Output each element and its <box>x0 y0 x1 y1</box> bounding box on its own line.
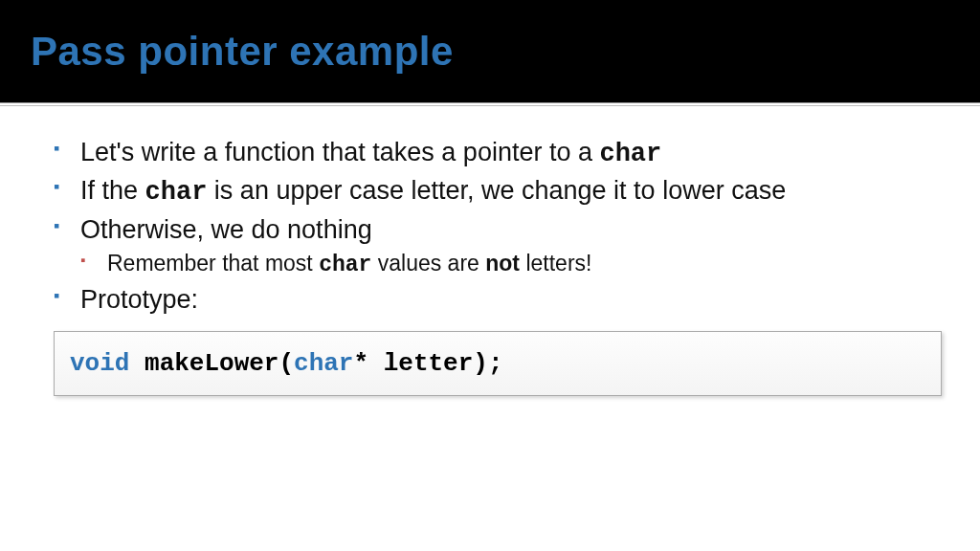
sub-bullet-1-code: char <box>319 253 371 277</box>
code-keyword-char: char <box>294 349 353 378</box>
bullet-4-text: Prototype: <box>80 285 198 314</box>
code-fn: makeLower( <box>129 349 294 378</box>
bullet-2-code: char <box>145 178 208 207</box>
bullet-3: Otherwise, we do nothing Remember that m… <box>54 212 942 280</box>
code-keyword-void: void <box>70 349 129 378</box>
sub-bullet-1-post: letters! <box>520 251 591 276</box>
bullet-1-text: Let's write a function that takes a poin… <box>80 138 599 166</box>
slide: Pass pointer example Let's write a funct… <box>0 0 980 551</box>
bullet-3-text: Otherwise, we do nothing <box>80 215 372 244</box>
bullet-1: Let's write a function that takes a poin… <box>54 135 942 171</box>
code-rest: * letter); <box>353 349 502 378</box>
bullet-1-code: char <box>599 140 661 168</box>
title-bar: Pass pointer example <box>0 0 980 103</box>
slide-body: Let's write a function that takes a poin… <box>0 106 980 396</box>
bullet-2-pre: If the <box>80 176 145 205</box>
code-box: void makeLower(char* letter); <box>54 331 942 396</box>
slide-title: Pass pointer example <box>31 29 454 75</box>
bullet-4: Prototype: <box>54 282 942 317</box>
bullet-list: Let's write a function that takes a poin… <box>54 135 942 318</box>
bullet-2: If the char is an upper case letter, we … <box>54 173 942 209</box>
sub-bullet-1-pre: Remember that most <box>107 251 319 276</box>
bullet-2-post: is an upper case letter, we change it to… <box>207 176 786 205</box>
sub-bullet-1-mid: values are <box>371 251 485 276</box>
sub-bullet-1: Remember that most char values are not l… <box>80 249 942 280</box>
sub-bullet-1-bold: not <box>485 251 520 276</box>
sub-bullet-list: Remember that most char values are not l… <box>80 249 942 280</box>
